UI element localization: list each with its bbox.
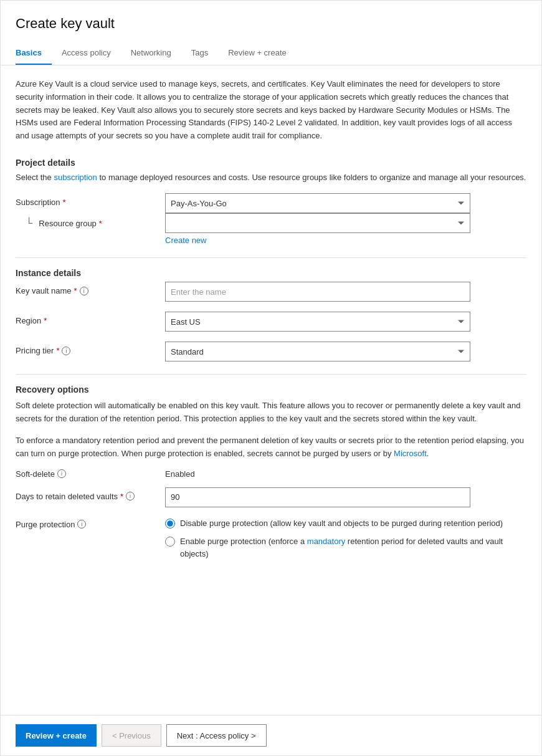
purge-radio-1[interactable] (165, 519, 175, 529)
purge-radio-2[interactable] (165, 537, 175, 547)
resource-group-required: * (99, 219, 102, 228)
purge-protection-row: Purge protection i Disable purge protect… (16, 517, 526, 567)
tab-review-create[interactable]: Review + create (228, 42, 297, 65)
key-vault-name-control (165, 282, 470, 302)
divider-2 (16, 374, 526, 375)
project-details-title: Project details (16, 158, 526, 168)
pricing-tier-select-wrapper: Standard (165, 342, 470, 361)
subscription-link[interactable]: subscription (54, 173, 97, 182)
content-area: Azure Key Vault is a cloud service used … (1, 65, 541, 715)
region-select-wrapper: East US (165, 312, 470, 332)
pricing-tier-required: * (56, 346, 59, 355)
days-required: * (120, 492, 123, 501)
tab-basics[interactable]: Basics (16, 42, 52, 65)
tab-networking[interactable]: Networking (131, 42, 181, 65)
key-vault-name-input[interactable] (165, 282, 470, 302)
region-label: Region * (16, 312, 165, 325)
resource-group-row: └ Resource group * Create new (16, 213, 526, 245)
days-retain-row: Days to retain deleted vaults * i (16, 487, 526, 507)
days-retain-label: Days to retain deleted vaults * i (16, 487, 165, 501)
subscription-select[interactable]: Pay-As-You-Go (165, 193, 470, 213)
page-header: Create key vault (1, 1, 541, 42)
days-retain-input[interactable] (165, 487, 470, 507)
resource-group-select[interactable] (165, 213, 470, 233)
region-select[interactable]: East US (165, 312, 470, 332)
recovery-options-title: Recovery options (16, 385, 526, 395)
purge-option-2: Enable purge protection (enforce a manda… (165, 535, 526, 560)
purge-options: Disable purge protection (allow key vaul… (165, 517, 526, 567)
soft-delete-desc: Soft delete protection will automaticall… (16, 400, 526, 426)
soft-delete-label: Soft-delete i (16, 469, 165, 479)
subscription-select-wrapper: Pay-As-You-Go (165, 193, 470, 213)
purge-label-1: Disable purge protection (allow key vaul… (180, 517, 503, 530)
resource-group-control: Create new (165, 213, 470, 245)
project-details-section: Project details Select the subscription … (16, 158, 526, 246)
pricing-tier-control: Standard (165, 342, 470, 361)
purge-option-1: Disable purge protection (allow key vaul… (165, 517, 526, 530)
pricing-tier-select[interactable]: Standard (165, 342, 470, 361)
key-vault-name-required: * (74, 286, 77, 295)
page-title: Create key vault (16, 16, 526, 32)
create-new-link[interactable]: Create new (165, 236, 470, 245)
days-info-icon[interactable]: i (126, 492, 135, 500)
soft-delete-row: Soft-delete i Enabled (16, 469, 526, 479)
key-vault-name-row: Key vault name * i (16, 282, 526, 302)
purge-protection-label: Purge protection i (16, 517, 165, 529)
subscription-control: Pay-As-You-Go (165, 193, 470, 213)
purge-label-2: Enable purge protection (enforce a manda… (180, 535, 526, 560)
mandatory-link[interactable]: mandatory (307, 537, 345, 546)
region-required: * (44, 316, 47, 325)
resource-group-label: └ Resource group * (16, 213, 165, 229)
review-create-button[interactable]: Review + create (16, 724, 97, 747)
soft-delete-value: Enabled (165, 469, 195, 479)
divider-1 (16, 257, 526, 258)
purge-desc: To enforce a mandatory retention period … (16, 434, 526, 461)
resource-group-select-wrapper (165, 213, 470, 233)
subscription-label: Subscription * (16, 193, 165, 207)
pricing-tier-row: Pricing tier * i Standard (16, 342, 526, 361)
subscription-row: Subscription * Pay-As-You-Go (16, 193, 526, 213)
tab-access-policy[interactable]: Access policy (62, 42, 121, 65)
microsoft-link[interactable]: Microsoft (394, 449, 427, 458)
pricing-tier-info-icon[interactable]: i (62, 347, 70, 355)
soft-delete-info-icon[interactable]: i (57, 469, 66, 478)
bottom-bar: Review + create < Previous Next : Access… (1, 715, 541, 755)
region-control: East US (165, 312, 470, 332)
instance-details-section: Instance details Key vault name * i Regi… (16, 268, 526, 361)
region-row: Region * East US (16, 312, 526, 332)
pricing-tier-label: Pricing tier * i (16, 342, 165, 355)
days-retain-control (165, 487, 470, 507)
key-vault-name-info-icon[interactable]: i (80, 287, 88, 295)
previous-button[interactable]: < Previous (102, 724, 161, 747)
intro-text: Azure Key Vault is a cloud service used … (16, 78, 526, 143)
recovery-options-section: Recovery options Soft delete protection … (16, 385, 526, 566)
tabs-container: Basics Access policy Networking Tags Rev… (1, 42, 541, 65)
project-details-desc: Select the subscription to manage deploy… (16, 171, 526, 184)
next-button[interactable]: Next : Access policy > (166, 724, 267, 747)
tab-tags[interactable]: Tags (191, 42, 218, 65)
key-vault-name-label: Key vault name * i (16, 282, 165, 295)
purge-info-icon[interactable]: i (77, 520, 86, 529)
subscription-required: * (63, 198, 66, 207)
instance-details-title: Instance details (16, 268, 526, 278)
